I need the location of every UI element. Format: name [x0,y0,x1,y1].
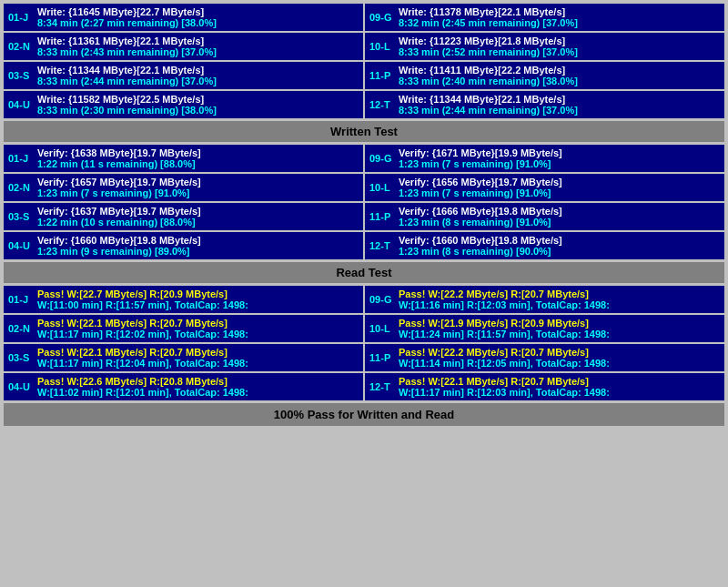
cell-id-label: 01-J [8,6,34,28]
cell-id-label: 11-P [369,65,395,86]
cell-text: Pass! W:[21.9 MByte/s] R:[20.9 MByte/s] … [399,318,610,339]
cell-line2: 1:23 min (7 s remaining) [91.0%] [37,187,201,198]
cell-03-s: 03-S Pass! W:[22.1 MByte/s] R:[20.7 MByt… [4,344,363,371]
cell-text: Verify: {1671 MByte}[19.9 MByte/s] 1:23 … [399,147,562,169]
cell-id-label: 02-N [8,35,34,57]
cell-text: Write: {11645 MByte}[22.7 MByte/s] 8:34 … [37,6,217,28]
cell-id-label: 10-L [369,35,395,57]
cell-text: Write: {11411 MByte}[22.2 MByte/s] 8:33 … [399,65,578,86]
cell-text: Verify: {1660 MByte}[19.8 MByte/s] 1:23 … [37,235,201,257]
cell-line1: Write: {11344 MByte}[22.1 MByte/s] [37,65,217,76]
read-section: 01-J Pass! W:[22.7 MByte/s] R:[20.9 MByt… [4,286,724,400]
cell-01-j: 01-J Pass! W:[22.7 MByte/s] R:[20.9 MByt… [4,286,363,313]
cell-line2: 8:33 min (2:52 min remaining) [37.0%] [399,46,578,57]
cell-text: Write: {11378 MByte}[22.1 MByte/s] 8:32 … [399,6,578,28]
cell-id-label: 11-P [369,347,395,369]
main-container: 01-J Write: {11645 MByte}[22.7 MByte/s] … [0,0,728,430]
cell-id-label: 09-G [369,147,395,169]
cell-text: Write: {11344 MByte}[22.1 MByte/s] 8:33 … [399,94,578,116]
cell-id-label: 09-G [369,6,395,28]
cell-text: Write: {11344 MByte}[22.1 MByte/s] 8:33 … [37,65,217,86]
cell-line1: Verify: {1657 MByte}[19.7 MByte/s] [37,177,201,187]
cell-line2: 8:32 min (2:45 min remaining) [37.0%] [399,17,578,28]
cell-11-p-right: 11-P Verify: {1666 MByte}[19.8 MByte/s] … [365,203,724,230]
cell-line1: Pass! W:[22.1 MByte/s] R:[20.7 MByte/s] [37,347,248,358]
cell-line2: 1:23 min (8 s remaining) [91.0%] [399,217,562,228]
cell-line1: Write: {11361 MByte}[22.1 MByte/s] [37,35,217,46]
cell-line2: W:[11:17 min] R:[12:03 min], TotalCap: 1… [399,387,610,398]
cell-text: Verify: {1660 MByte}[19.8 MByte/s] 1:23 … [399,235,562,257]
cell-line2: 1:22 min (10 s remaining) [88.0%] [37,217,201,228]
cell-01-j: 01-J Verify: {1638 MByte}[19.7 MByte/s] … [4,145,363,172]
cell-id-label: 02-N [8,318,34,339]
cell-line1: Pass! W:[21.9 MByte/s] R:[20.9 MByte/s] [399,318,610,329]
cell-line2: W:[11:16 min] R:[12:03 min], TotalCap: 1… [399,299,610,310]
cell-09-g-right: 09-G Verify: {1671 MByte}[19.9 MByte/s] … [365,145,724,172]
cell-line2: W:[11:00 min] R:[11:57 min], TotalCap: 1… [37,299,248,310]
cell-02-n: 02-N Verify: {1657 MByte}[19.7 MByte/s] … [4,174,363,201]
cell-text: Write: {11361 MByte}[22.1 MByte/s] 8:33 … [37,35,217,57]
footer-status: 100% Pass for Written and Read [4,403,724,426]
cell-line1: Verify: {1660 MByte}[19.8 MByte/s] [37,235,201,246]
cell-10-l-right: 10-L Verify: {1656 MByte}[19.7 MByte/s] … [365,174,724,201]
cell-line2: 1:23 min (7 s remaining) [91.0%] [399,187,562,198]
cell-04-u: 04-U Write: {11582 MByte}[22.5 MByte/s] … [4,91,363,118]
cell-11-p-right: 11-P Pass! W:[22.2 MByte/s] R:[20.7 MByt… [365,344,724,371]
cell-text: Verify: {1638 MByte}[19.7 MByte/s] 1:22 … [37,147,201,169]
cell-line1: Verify: {1660 MByte}[19.8 MByte/s] [399,235,562,246]
cell-id-label: 12-T [369,376,395,398]
cell-line2: 8:33 min (2:44 min remaining) [37.0%] [399,105,578,116]
cell-09-g-right: 09-G Pass! W:[22.2 MByte/s] R:[20.7 MByt… [365,286,724,313]
cell-id-label: 02-N [8,177,34,198]
cell-text: Write: {11223 MByte}[21.8 MByte/s] 8:33 … [399,35,578,57]
cell-line1: Pass! W:[22.2 MByte/s] R:[20.7 MByte/s] [399,347,610,358]
cell-12-t-right: 12-T Verify: {1660 MByte}[19.8 MByte/s] … [365,232,724,259]
cell-line1: Write: {11582 MByte}[22.5 MByte/s] [37,94,217,105]
cell-02-n: 02-N Write: {11361 MByte}[22.1 MByte/s] … [4,33,363,60]
cell-text: Verify: {1657 MByte}[19.7 MByte/s] 1:23 … [37,177,201,198]
cell-line1: Pass! W:[22.1 MByte/s] R:[20.7 MByte/s] [399,376,610,387]
cell-line1: Write: {11223 MByte}[21.8 MByte/s] [399,35,578,46]
cell-line2: 8:33 min (2:44 min remaining) [37.0%] [37,76,217,86]
cell-id-label: 03-S [8,347,34,369]
cell-text: Verify: {1666 MByte}[19.8 MByte/s] 1:23 … [399,206,562,228]
cell-12-t-right: 12-T Pass! W:[22.1 MByte/s] R:[20.7 MByt… [365,373,724,400]
cell-id-label: 12-T [369,235,395,257]
cell-03-s: 03-S Verify: {1637 MByte}[19.7 MByte/s] … [4,203,363,230]
verify-grid: 01-J Verify: {1638 MByte}[19.7 MByte/s] … [4,145,724,259]
cell-01-j: 01-J Write: {11645 MByte}[22.7 MByte/s] … [4,4,363,31]
cell-line2: 8:33 min (2:30 min remaining) [38.0%] [37,105,217,116]
cell-10-l-right: 10-L Pass! W:[21.9 MByte/s] R:[20.9 MByt… [365,315,724,342]
written-test-header: Written Test [4,121,724,142]
cell-id-label: 03-S [8,206,34,228]
cell-text: Pass! W:[22.1 MByte/s] R:[20.7 MByte/s] … [37,347,248,369]
cell-10-l-right: 10-L Write: {11223 MByte}[21.8 MByte/s] … [365,33,724,60]
cell-02-n: 02-N Pass! W:[22.1 MByte/s] R:[20.7 MByt… [4,315,363,342]
verify-section: 01-J Verify: {1638 MByte}[19.7 MByte/s] … [4,145,724,259]
cell-text: Pass! W:[22.2 MByte/s] R:[20.7 MByte/s] … [399,288,610,310]
cell-03-s: 03-S Write: {11344 MByte}[22.1 MByte/s] … [4,62,363,89]
cell-line2: 1:22 min (11 s remaining) [88.0%] [37,158,201,169]
cell-line1: Write: {11378 MByte}[22.1 MByte/s] [399,6,578,17]
cell-text: Pass! W:[22.7 MByte/s] R:[20.9 MByte/s] … [37,288,248,310]
cell-line2: 1:23 min (8 s remaining) [90.0%] [399,246,562,257]
cell-text: Pass! W:[22.1 MByte/s] R:[20.7 MByte/s] … [37,318,248,339]
cell-line2: W:[11:14 min] R:[12:05 min], TotalCap: 1… [399,358,610,369]
cell-text: Pass! W:[22.1 MByte/s] R:[20.7 MByte/s] … [399,376,610,398]
cell-line1: Verify: {1656 MByte}[19.7 MByte/s] [399,177,562,187]
write-section: 01-J Write: {11645 MByte}[22.7 MByte/s] … [4,4,724,118]
cell-id-label: 01-J [8,288,34,310]
cell-line1: Verify: {1666 MByte}[19.8 MByte/s] [399,206,562,217]
cell-line1: Write: {11411 MByte}[22.2 MByte/s] [399,65,578,76]
write-grid: 01-J Write: {11645 MByte}[22.7 MByte/s] … [4,4,724,118]
cell-04-u: 04-U Verify: {1660 MByte}[19.8 MByte/s] … [4,232,363,259]
cell-12-t-right: 12-T Write: {11344 MByte}[22.1 MByte/s] … [365,91,724,118]
cell-text: Pass! W:[22.6 MByte/s] R:[20.8 MByte/s] … [37,376,248,398]
cell-line2: W:[11:17 min] R:[12:02 min], TotalCap: 1… [37,329,248,339]
read-grid: 01-J Pass! W:[22.7 MByte/s] R:[20.9 MByt… [4,286,724,400]
cell-09-g-right: 09-G Write: {11378 MByte}[22.1 MByte/s] … [365,4,724,31]
cell-text: Verify: {1656 MByte}[19.7 MByte/s] 1:23 … [399,177,562,198]
cell-id-label: 12-T [369,94,395,116]
cell-04-u: 04-U Pass! W:[22.6 MByte/s] R:[20.8 MByt… [4,373,363,400]
cell-line2: 8:33 min (2:43 min remaining) [37.0%] [37,46,217,57]
